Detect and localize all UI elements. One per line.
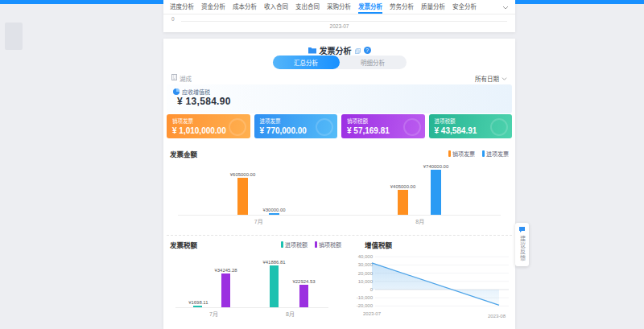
feedback-floating-button[interactable]: 建议反馈 bbox=[515, 223, 529, 266]
card-watermark-icon bbox=[403, 118, 421, 136]
bar-销项发票-8月[interactable] bbox=[398, 190, 408, 215]
legend-item-input-invoice[interactable]: 进项发票 bbox=[482, 150, 509, 158]
x-axis-tick: 8月 bbox=[415, 217, 424, 225]
chevron-down-icon bbox=[502, 76, 507, 81]
pie-icon bbox=[173, 88, 180, 95]
svg-text:20,000: 20,000 bbox=[358, 271, 374, 276]
svg-text:40,000: 40,000 bbox=[358, 254, 374, 259]
svg-text:30,000: 30,000 bbox=[358, 262, 374, 267]
card-watermark-icon bbox=[229, 118, 246, 136]
section-divider bbox=[167, 235, 512, 236]
mini-chart-gridline bbox=[181, 21, 507, 22]
legend-swatch bbox=[448, 150, 451, 157]
bar-value-label: ¥1698.11 bbox=[188, 299, 208, 304]
bar-column: ¥41886.81 bbox=[261, 259, 287, 307]
tab-summary-analysis[interactable]: 汇总分析 bbox=[273, 56, 340, 69]
view-switcher: 汇总分析 明细分析 bbox=[273, 56, 407, 69]
svg-text:2023-08: 2023-08 bbox=[488, 314, 506, 319]
bar-value-label: ¥740000.00 bbox=[423, 163, 448, 168]
card-watermark-icon bbox=[490, 118, 508, 136]
mini-chart-x-tick: 2023-07 bbox=[163, 23, 515, 29]
bar-value-label: ¥605000.00 bbox=[230, 171, 255, 176]
page-title: 发票分析 bbox=[320, 44, 352, 56]
chat-icon bbox=[518, 226, 526, 233]
invoice-amount-chart: ¥605000.00¥30000.00¥405000.00¥740000.00 … bbox=[178, 160, 501, 225]
org-filter[interactable]: 湖成 bbox=[171, 74, 192, 83]
feedback-label: 建议反馈 bbox=[518, 236, 526, 261]
summary-card-进项发票: 进项发票¥ 770,000.00 bbox=[254, 114, 338, 138]
bar-销项税额-8月[interactable] bbox=[299, 285, 308, 307]
analysis-navbar: 进度分析资金分析成本分析收入合同支出合同采购分析发票分析劳务分析质量分析安全分析 bbox=[163, 0, 515, 14]
bar-group-8月: ¥41886.81¥22924.53 bbox=[261, 259, 317, 307]
vat-line-chart[interactable]: 40,00030,00020,00010,0000-10,000-20,0002… bbox=[354, 249, 512, 320]
nav-tab-质量分析[interactable]: 质量分析 bbox=[421, 1, 445, 14]
kpi-label-row: 应收增值税 bbox=[173, 88, 210, 96]
screen: 进度分析资金分析成本分析收入合同支出合同采购分析发票分析劳务分析质量分析安全分析… bbox=[0, 0, 644, 329]
nav-tab-发票分析[interactable]: 发票分析 bbox=[358, 1, 382, 14]
org-filter-label: 湖成 bbox=[180, 74, 192, 83]
nav-card: 进度分析资金分析成本分析收入合同支出合同采购分析发票分析劳务分析质量分析安全分析… bbox=[163, 0, 515, 32]
help-icon[interactable]: ? bbox=[364, 47, 371, 54]
bar-column: ¥740000.00 bbox=[421, 163, 451, 215]
bar-value-label: ¥41886.81 bbox=[263, 260, 286, 265]
invoice-tax-chart: ¥1698.11¥34245.28¥41886.81¥22924.53 7月8月 bbox=[175, 256, 328, 318]
svg-text:-20,000: -20,000 bbox=[357, 303, 374, 308]
bar-value-label: ¥405000.00 bbox=[390, 184, 415, 189]
bar-column: ¥405000.00 bbox=[388, 183, 418, 215]
invoice-analysis-panel: 进度分析资金分析成本分析收入合同支出合同采购分析发票分析劳务分析质量分析安全分析… bbox=[163, 0, 515, 329]
card-watermark-icon bbox=[316, 118, 333, 136]
nav-tab-安全分析[interactable]: 安全分析 bbox=[452, 1, 477, 14]
summary-cards-row: 销项发票¥ 1,010,000.00进项发票¥ 770,000.00销项税额¥ … bbox=[167, 114, 512, 138]
bar-column: ¥30000.00 bbox=[261, 207, 287, 215]
bar-column: ¥1698.11 bbox=[187, 299, 210, 307]
bar-销项税额-7月[interactable] bbox=[221, 273, 230, 307]
section-title-vat-amount: 增值税额 bbox=[365, 240, 392, 249]
nav-tab-list: 进度分析资金分析成本分析收入合同支出合同采购分析发票分析劳务分析质量分析安全分析 bbox=[170, 1, 477, 14]
kpi-value: ¥ 13,584.90 bbox=[177, 96, 231, 107]
bar-进项税额-8月[interactable] bbox=[270, 265, 279, 307]
filter-row: 湖成 所有日期 bbox=[171, 73, 507, 83]
bar-column: ¥34245.28 bbox=[213, 267, 239, 307]
nav-tab-收入合同[interactable]: 收入合同 bbox=[264, 1, 288, 14]
background-page-fragment bbox=[5, 23, 23, 50]
bar-value-label: ¥34245.28 bbox=[215, 267, 237, 272]
nav-tab-支出合同[interactable]: 支出合同 bbox=[295, 1, 320, 14]
bar-销项发票-7月[interactable] bbox=[237, 178, 248, 215]
x-axis-tick: 7月 bbox=[209, 310, 218, 318]
kpi-label: 应收增值税 bbox=[182, 88, 210, 96]
nav-tab-采购分析[interactable]: 采购分析 bbox=[327, 1, 351, 14]
legend-swatch bbox=[281, 241, 283, 248]
bar-column: ¥22924.53 bbox=[291, 278, 317, 307]
bar-进项发票-7月[interactable] bbox=[269, 213, 279, 215]
svg-text:10,000: 10,000 bbox=[358, 279, 374, 284]
tab-detail-analysis[interactable]: 明细分析 bbox=[340, 56, 407, 69]
summary-card-销项发票: 销项发票¥ 1,010,000.00 bbox=[167, 114, 250, 138]
invoice-amount-legend: 销项发票 进项发票 bbox=[448, 150, 509, 158]
legend-item-input-tax[interactable]: 进项税额 bbox=[281, 241, 308, 249]
date-filter[interactable]: 所有日期 bbox=[475, 74, 507, 83]
building-icon bbox=[171, 74, 177, 82]
bar-group-8月: ¥405000.00¥740000.00 bbox=[388, 163, 451, 215]
x-axis-tick: 7月 bbox=[254, 217, 263, 225]
nav-tab-成本分析[interactable]: 成本分析 bbox=[233, 1, 257, 14]
section-title-invoice-amount: 发票金额 bbox=[170, 149, 197, 158]
legend-item-output-invoice[interactable]: 销项发票 bbox=[448, 150, 475, 158]
bar-value-label: ¥22924.53 bbox=[293, 278, 316, 283]
svg-text:-10,000: -10,000 bbox=[357, 295, 374, 300]
bar-group-7月: ¥605000.00¥30000.00 bbox=[228, 171, 287, 215]
legend-item-output-tax[interactable]: 销项税额 bbox=[315, 241, 341, 249]
bar-group-7月: ¥1698.11¥34245.28 bbox=[187, 267, 240, 307]
collapse-chevron-icon[interactable] bbox=[502, 4, 509, 10]
bar-column: ¥605000.00 bbox=[228, 171, 258, 215]
report-card: 发票分析 ? 汇总分析 明细分析 湖成 所有日期 bbox=[163, 39, 515, 329]
nav-tab-资金分析[interactable]: 资金分析 bbox=[201, 1, 225, 14]
legend-swatch bbox=[315, 241, 317, 248]
nav-tab-进度分析[interactable]: 进度分析 bbox=[170, 1, 194, 14]
svg-text:2023-07: 2023-07 bbox=[363, 311, 382, 316]
x-axis-tick: 8月 bbox=[286, 310, 295, 318]
summary-card-进项税额: 进项税额¥ 43,584.91 bbox=[429, 114, 513, 138]
bar-进项发票-8月[interactable] bbox=[431, 170, 441, 215]
nav-tab-劳务分析[interactable]: 劳务分析 bbox=[390, 1, 414, 14]
bar-value-label: ¥30000.00 bbox=[263, 207, 286, 212]
bar-进项税额-7月[interactable] bbox=[193, 306, 202, 307]
